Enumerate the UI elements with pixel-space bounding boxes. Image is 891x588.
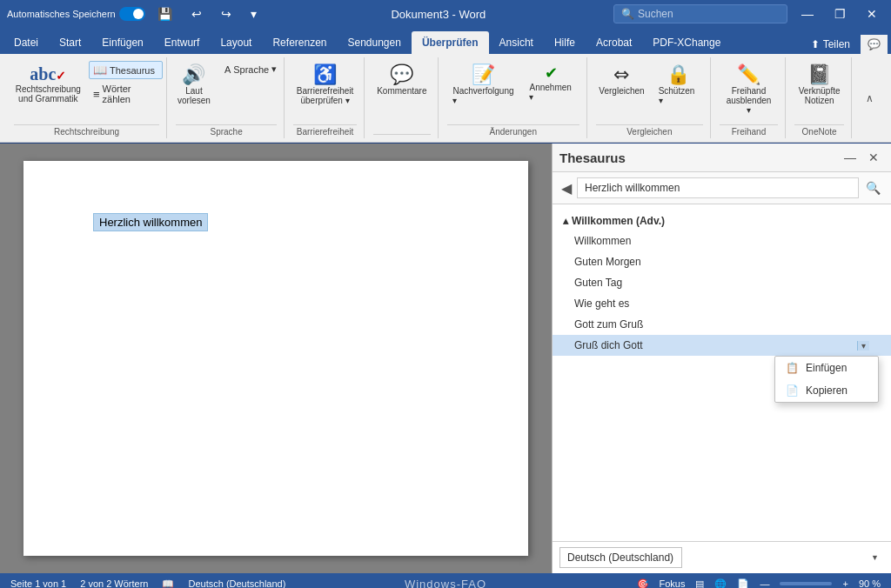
- kommentare-button[interactable]: 💬 Kommentare: [371, 61, 432, 100]
- group-sprache-items: 🔊 Lautvorlesen A Sprache ▾: [171, 57, 281, 123]
- group-rechtschreibung-label: Rechtschreibung: [14, 124, 159, 138]
- vergleichen-button[interactable]: ⇔ Vergleichen: [594, 61, 648, 100]
- group-sprache: 🔊 Lautvorlesen A Sprache ▾ Sprache: [169, 57, 285, 138]
- customize-qat-button[interactable]: ▾: [244, 3, 264, 24]
- context-menu: 📋 Einfügen 📄 Kopieren: [774, 356, 879, 403]
- annehmen-icon: ✔: [545, 65, 558, 81]
- read-aloud-icon: 🔊: [182, 65, 205, 84]
- accessibility-button[interactable]: ♿ Barrierefreiheitüberprüfen ▾: [291, 61, 360, 110]
- item-dropdown-arrow[interactable]: ▾: [857, 341, 869, 351]
- thesaurus-search-input[interactable]: [577, 177, 859, 198]
- schutzen-label: Schützen ▾: [659, 86, 699, 105]
- view-web-icon[interactable]: 🌐: [714, 578, 727, 589]
- undo-button[interactable]: ↩: [184, 3, 209, 24]
- tab-hilfe[interactable]: Hilfe: [544, 31, 586, 54]
- context-menu-kopieren[interactable]: 📄 Kopieren: [775, 379, 878, 402]
- close-button[interactable]: ✕: [860, 3, 884, 24]
- list-item[interactable]: Wie geht es: [553, 293, 891, 314]
- view-read-icon[interactable]: 📄: [737, 578, 749, 589]
- share-button[interactable]: ⬆ Teilen: [801, 35, 861, 54]
- tab-start[interactable]: Start: [49, 31, 91, 54]
- ribbon: Datei Start Einfügen Entwurf Layout Refe…: [0, 28, 891, 144]
- schutzen-button[interactable]: 🔒 Schützen ▾: [653, 61, 705, 110]
- save-button[interactable]: 💾: [151, 3, 179, 24]
- sprache-icon: A: [224, 64, 231, 75]
- sprache-col: A Sprache ▾: [220, 61, 281, 77]
- group-anderungen-items: 📝 Nachverfolgung ▾ ✔ Annehmen ▾: [447, 57, 579, 123]
- comments-icon-btn[interactable]: 💬: [861, 35, 888, 54]
- thesaurus-back-button[interactable]: ◀: [559, 178, 573, 198]
- search-bar[interactable]: 🔍: [613, 4, 787, 23]
- titlebar: Automatisches Speichern 💾 ↩ ↪ ▾ Dokument…: [0, 0, 891, 28]
- group-rechtschreibung-items: abc✓ Rechtschreibungund Grammatik 📖 Thes…: [11, 57, 163, 123]
- thesaurus-language-select[interactable]: Deutsch (Deutschland) English (USA) Fran…: [559, 547, 682, 568]
- tab-layout[interactable]: Layout: [210, 31, 262, 54]
- nachverfolgung-button[interactable]: 📝 Nachverfolgung ▾: [447, 61, 520, 110]
- restore-button[interactable]: ❐: [827, 3, 853, 24]
- autosave-label: Automatisches Speichern: [7, 9, 116, 19]
- group-onenote-items: 📓 VerknüpfteNotizen: [793, 57, 847, 123]
- sprache-button[interactable]: A Sprache ▾: [220, 61, 281, 77]
- titlebar-left: Automatisches Speichern 💾 ↩ ↪ ▾: [7, 3, 264, 24]
- nachverfolgung-label: Nachverfolgung ▾: [452, 86, 513, 105]
- vergleichen-label: Vergleichen: [599, 86, 644, 96]
- tab-uberprufen[interactable]: Überprüfen: [412, 31, 489, 54]
- list-item[interactable]: Gott zum Gruß: [553, 314, 891, 335]
- group-kommentare-items: 💬 Kommentare: [371, 57, 432, 132]
- sprache-arrow: ▾: [271, 63, 277, 75]
- autosave-switch[interactable]: [119, 7, 145, 21]
- search-input[interactable]: [638, 8, 760, 20]
- list-item[interactable]: Guten Morgen: [553, 251, 891, 272]
- spell-check-button[interactable]: abc✓ Rechtschreibungund Grammatik: [11, 61, 85, 108]
- thesaurus-search-bar: ◀ 🔍: [553, 172, 891, 204]
- ribbon-collapse-button[interactable]: ∧: [859, 89, 881, 108]
- zoom-level[interactable]: 90 %: [859, 578, 881, 588]
- view-normal-icon[interactable]: ▤: [695, 578, 704, 589]
- tab-referenzen[interactable]: Referenzen: [262, 31, 337, 54]
- thesaurus-button[interactable]: 📖 Thesaurus: [89, 61, 163, 79]
- item-text-0: Willkommen: [574, 235, 631, 247]
- item-text-4: Gott zum Gruß: [574, 318, 643, 331]
- word-count-button[interactable]: ≡ Wörter zählen: [89, 81, 163, 107]
- redo-button[interactable]: ↪: [214, 3, 238, 24]
- thesaurus-search-button[interactable]: 🔍: [862, 177, 884, 198]
- autosave-toggle[interactable]: Automatisches Speichern: [7, 7, 145, 21]
- zoom-out-icon[interactable]: —: [760, 578, 769, 588]
- group-sprache-label: Sprache: [176, 124, 277, 138]
- freihand-label: Freihandausblenden ▾: [726, 86, 772, 115]
- thesaurus-title: Thesaurus: [559, 150, 839, 165]
- onenote-icon: 📓: [807, 65, 831, 84]
- nachverfolgung-icon: 📝: [472, 65, 495, 84]
- tab-pdf-xchange[interactable]: PDF-XChange: [642, 31, 731, 54]
- list-item-selected[interactable]: Gruß dich Gott ▾: [553, 335, 891, 356]
- list-item[interactable]: Guten Tag: [553, 272, 891, 293]
- annehmen-button[interactable]: ✔ Annehmen ▾: [523, 61, 579, 106]
- zoom-in-icon[interactable]: +: [842, 578, 847, 588]
- vergleichen-icon: ⇔: [613, 65, 629, 84]
- focus-icon: 🎯: [637, 578, 649, 589]
- freihand-button[interactable]: ✏️ Freihandausblenden ▾: [720, 61, 778, 119]
- zoom-slider[interactable]: [780, 582, 832, 585]
- read-aloud-button[interactable]: 🔊 Lautvorlesen: [171, 61, 217, 110]
- onenote-button[interactable]: 📓 VerknüpfteNotizen: [793, 61, 847, 110]
- status-bar: Seite 1 von 1 2 von 2 Wörtern 📖 Deutsch …: [0, 573, 891, 588]
- tab-datei[interactable]: Datei: [3, 31, 49, 54]
- ribbon-content: abc✓ Rechtschreibungund Grammatik 📖 Thes…: [0, 54, 891, 143]
- item-text-5: Gruß dich Gott: [574, 339, 643, 351]
- tab-einfugen[interactable]: Einfügen: [91, 31, 153, 54]
- tab-entwurf[interactable]: Entwurf: [154, 31, 211, 54]
- tab-sendungen[interactable]: Sendungen: [338, 31, 412, 54]
- thesaurus-close-btn[interactable]: ✕: [863, 149, 884, 166]
- focus-label[interactable]: Fokus: [660, 578, 686, 588]
- context-menu-einfugen[interactable]: 📋 Einfügen: [775, 357, 878, 379]
- thesaurus-minimize-btn[interactable]: —: [839, 149, 861, 166]
- group-vergleichen: ⇔ Vergleichen 🔒 Schützen ▾ Vergleichen: [589, 57, 711, 138]
- kopieren-icon: 📄: [786, 384, 799, 397]
- list-item[interactable]: Willkommen: [553, 231, 891, 251]
- thesaurus-content: ▴ Willkommen (Adv.) Willkommen Guten Mor…: [553, 204, 891, 541]
- tab-acrobat[interactable]: Acrobat: [586, 31, 642, 54]
- minimize-button[interactable]: —: [794, 3, 821, 24]
- word-count-status: 2 von 2 Wörtern: [80, 578, 148, 588]
- tab-ansicht[interactable]: Ansicht: [489, 31, 544, 54]
- group-anderungen-label: Änderungen: [447, 124, 579, 138]
